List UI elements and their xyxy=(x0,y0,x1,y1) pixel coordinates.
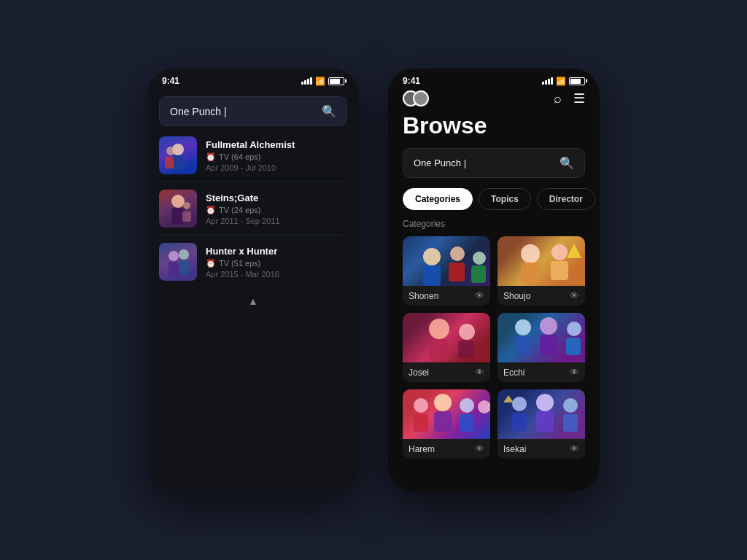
svg-rect-3 xyxy=(165,157,174,168)
svg-point-44 xyxy=(563,398,578,413)
svg-rect-13 xyxy=(423,265,441,286)
logo-circle-2 xyxy=(413,90,429,106)
result-item-2[interactable]: Hunter x Hunter ⏰ TV (51 eps) Apr 2015 -… xyxy=(159,236,347,288)
result-item-1[interactable]: Steins;Gate ⏰ TV (24 eps) Apr 2011 - Sep… xyxy=(159,182,347,236)
search-container-left: One Punch | 🔍 xyxy=(147,90,359,126)
svg-rect-41 xyxy=(512,413,527,432)
eye-icon-ecchi[interactable]: 👁 xyxy=(570,367,579,378)
svg-rect-15 xyxy=(449,262,465,281)
category-img-shonen xyxy=(403,236,490,286)
chevron-up-icon: ▲ xyxy=(248,295,258,307)
left-phone: 9:41 📶 One Punch | 🔍 xyxy=(147,69,359,491)
category-footer-shoujo: Shoujo 👁 xyxy=(498,286,585,306)
collapse-button[interactable]: ▲ xyxy=(147,288,359,314)
result-meta-0: ⏰ TV (64 eps) xyxy=(206,152,347,162)
svg-point-23 xyxy=(429,319,449,339)
svg-rect-17 xyxy=(471,265,486,283)
svg-point-25 xyxy=(459,324,475,340)
browse-search-value: One Punch | xyxy=(414,158,554,168)
svg-point-27 xyxy=(515,319,531,335)
right-phone: 9:41 📶 ⌕ ☰ Browse One Punch | xyxy=(388,69,600,491)
result-title-2: Hunter x Hunter xyxy=(206,246,347,257)
thumb-image-fa xyxy=(159,136,197,174)
result-item-0[interactable]: Fullmetal Alchemist ⏰ TV (64 eps) Apr 20… xyxy=(159,129,347,182)
eye-icon-shonen[interactable]: 👁 xyxy=(475,290,484,301)
svg-point-16 xyxy=(473,252,486,265)
svg-point-35 xyxy=(434,394,452,411)
tab-topics[interactable]: Topics xyxy=(479,188,531,210)
category-footer-josei: Josei 👁 xyxy=(403,362,490,382)
svg-rect-1 xyxy=(172,155,184,170)
result-title-1: Steins;Gate xyxy=(206,192,347,203)
result-meta-1: ⏰ TV (24 eps) xyxy=(206,206,347,215)
time-left: 9:41 xyxy=(162,76,179,86)
svg-point-18 xyxy=(521,244,540,263)
category-name-ecchi: Ecchi xyxy=(503,368,525,378)
svg-point-6 xyxy=(183,202,190,209)
svg-rect-30 xyxy=(540,335,557,355)
category-name-josei: Josei xyxy=(409,368,429,378)
category-footer-shonen: Shonen 👁 xyxy=(403,286,490,306)
category-card-shonen[interactable]: Shonen 👁 xyxy=(403,236,490,306)
svg-point-20 xyxy=(551,244,568,260)
svg-point-8 xyxy=(169,251,179,261)
svg-point-12 xyxy=(423,248,441,265)
tab-categories[interactable]: Categories xyxy=(403,188,473,210)
category-name-harem: Harem xyxy=(409,444,435,454)
category-name-shoujo: Shoujo xyxy=(503,291,530,301)
svg-point-33 xyxy=(414,398,428,413)
categories-section-label: Categories xyxy=(388,219,600,236)
category-card-isekai[interactable]: Isekai 👁 xyxy=(498,389,585,459)
eye-icon-josei[interactable]: 👁 xyxy=(475,367,484,378)
search-value-left: One Punch | xyxy=(170,106,316,117)
svg-point-14 xyxy=(450,246,465,261)
filter-tabs: Categories Topics Director xyxy=(388,188,600,219)
status-icons-right: 📶 xyxy=(542,77,585,86)
thumb-image-hxh xyxy=(159,243,197,281)
clock-icon-1: ⏰ xyxy=(206,206,216,215)
svg-rect-9 xyxy=(169,262,179,276)
category-img-josei xyxy=(403,313,490,362)
search-icon-left[interactable]: 🔍 xyxy=(322,104,336,118)
result-meta-2: ⏰ TV (51 eps) xyxy=(206,259,347,268)
time-right: 9:41 xyxy=(403,76,420,86)
browse-search-icon[interactable]: 🔍 xyxy=(560,156,574,170)
status-icons-left: 📶 xyxy=(301,77,344,86)
wifi-icon: 📶 xyxy=(315,77,325,86)
category-card-josei[interactable]: Josei 👁 xyxy=(403,313,490,382)
result-info-1: Steins;Gate ⏰ TV (24 eps) Apr 2011 - Sep… xyxy=(206,192,347,225)
eye-icon-isekai[interactable]: 👁 xyxy=(570,443,579,454)
tab-director[interactable]: Director xyxy=(537,188,595,210)
svg-rect-45 xyxy=(563,414,578,432)
category-card-shoujo[interactable]: Shoujo 👁 xyxy=(498,236,585,306)
svg-point-37 xyxy=(460,398,474,413)
eye-icon-shoujo[interactable]: 👁 xyxy=(570,290,579,301)
results-list: Fullmetal Alchemist ⏰ TV (64 eps) Apr 20… xyxy=(147,129,359,288)
category-card-ecchi[interactable]: Ecchi 👁 xyxy=(498,313,585,382)
result-info-0: Fullmetal Alchemist ⏰ TV (64 eps) Apr 20… xyxy=(206,139,347,172)
result-type-2: TV (51 eps) xyxy=(219,259,260,268)
categories-grid: Shonen 👁 Shoujo 👁 xyxy=(388,236,600,459)
category-footer-isekai: Isekai 👁 xyxy=(498,439,585,459)
search-icon-right[interactable]: ⌕ xyxy=(554,91,562,106)
browse-search-box[interactable]: One Punch | 🔍 xyxy=(403,148,585,178)
svg-rect-36 xyxy=(434,411,452,432)
svg-rect-7 xyxy=(182,211,191,222)
signal-icon xyxy=(301,77,312,85)
category-name-shonen: Shonen xyxy=(409,291,438,301)
svg-marker-46 xyxy=(503,395,514,402)
menu-icon[interactable]: ☰ xyxy=(573,90,585,106)
brand-logo xyxy=(403,90,429,106)
svg-rect-28 xyxy=(515,336,531,355)
svg-marker-22 xyxy=(567,244,581,258)
search-box-left[interactable]: One Punch | 🔍 xyxy=(159,96,347,126)
eye-icon-harem[interactable]: 👁 xyxy=(475,443,484,454)
category-img-harem xyxy=(403,389,490,439)
status-bar-right: 9:41 📶 xyxy=(388,69,600,90)
category-img-isekai xyxy=(498,389,585,439)
svg-point-10 xyxy=(179,249,189,260)
svg-rect-21 xyxy=(551,261,568,280)
svg-rect-38 xyxy=(460,414,474,432)
battery-icon xyxy=(328,77,344,85)
category-card-harem[interactable]: Harem 👁 xyxy=(403,389,490,459)
